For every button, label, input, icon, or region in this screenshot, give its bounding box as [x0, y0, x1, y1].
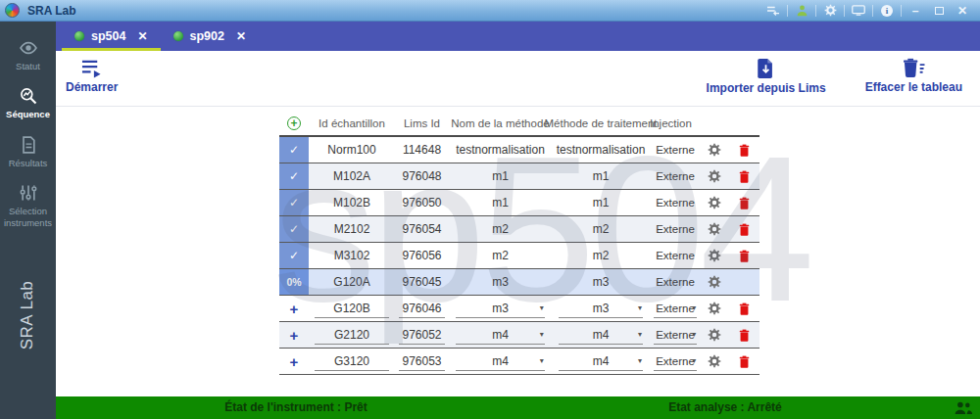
playlist-play-icon	[79, 58, 104, 78]
row-delete-button[interactable]	[728, 216, 760, 242]
sample-id-field: M102A	[309, 163, 395, 189]
plus-icon: +	[290, 354, 299, 369]
sample-id-field: G120A	[309, 269, 395, 295]
row-settings-button[interactable]	[701, 269, 728, 295]
row-selected-cell[interactable]: ✓	[279, 137, 309, 163]
injection-select: Externe	[650, 137, 701, 163]
sidebar-item-selection-instruments[interactable]: Sélection instruments	[0, 177, 56, 234]
gear-icon	[708, 302, 721, 315]
trash-icon	[739, 329, 750, 342]
row-add-cell[interactable]: +	[279, 349, 309, 374]
sample-id-field[interactable]: G2120	[309, 322, 395, 348]
row-settings-button[interactable]	[701, 137, 728, 163]
row-settings-button[interactable]	[701, 190, 728, 215]
row-selected-cell[interactable]: ✓	[279, 216, 309, 242]
chevron-down-icon: ▾	[540, 331, 544, 339]
table-header: + Id échantillon Lims Id Nom de la métho…	[279, 112, 760, 137]
sidebar-item-statut[interactable]: Statut	[0, 32, 56, 77]
sidebar-item-resultats[interactable]: Résultats	[0, 129, 56, 174]
divider	[872, 5, 873, 17]
row-delete-placeholder	[728, 269, 760, 295]
add-sample-button[interactable]: +	[279, 116, 309, 130]
info-icon[interactable]: i	[875, 0, 899, 21]
lims-id-field[interactable]: 976046	[395, 296, 449, 321]
row-add-cell[interactable]: +	[279, 322, 309, 348]
trash-icon	[739, 144, 750, 157]
injection-select: Externe	[650, 216, 701, 242]
row-settings-button[interactable]	[701, 296, 728, 321]
check-icon: ✓	[289, 169, 299, 183]
clear-table-button[interactable]: Effacer le tableau	[865, 58, 962, 95]
lims-id-field[interactable]: 976053	[395, 349, 449, 374]
row-settings-button[interactable]	[701, 349, 728, 374]
injection-select[interactable]: Externe▾	[650, 322, 701, 348]
start-button[interactable]: Démarrer	[66, 58, 118, 94]
trash-icon	[739, 303, 750, 315]
sample-id-field[interactable]: G120B	[309, 296, 395, 321]
clear-trash-icon	[903, 58, 925, 78]
row-delete-button[interactable]	[728, 243, 760, 268]
chevron-down-icon: ▾	[638, 331, 642, 339]
sidebar-item-label: Résultats	[1, 158, 55, 168]
sample-id-field-value: M102B	[333, 196, 370, 210]
row-delete-button[interactable]	[728, 163, 760, 189]
row-settings-button[interactable]	[701, 216, 728, 242]
injection-select[interactable]: Externe▾	[650, 349, 701, 374]
tab-sp902[interactable]: sp902 ✕	[161, 22, 260, 51]
collapse-panel-icon[interactable]	[761, 0, 785, 21]
table-row: ✓M3102976056m2m2Externe	[279, 243, 760, 269]
row-selected-cell[interactable]: ✓	[279, 163, 309, 189]
row-add-cell[interactable]: +	[279, 296, 309, 321]
row-delete-button[interactable]	[728, 190, 760, 215]
treatment-select[interactable]: m4▾	[552, 322, 650, 348]
lims-id-field[interactable]: 976052	[395, 322, 449, 348]
method-select-value: testnormalisation	[456, 143, 545, 157]
row-delete-button[interactable]	[728, 137, 760, 163]
row-selected-cell[interactable]: ✓	[279, 190, 309, 215]
sidebar-brand: SRA Lab	[0, 252, 56, 379]
close-button[interactable]: ✕	[951, 0, 974, 21]
treatment-select[interactable]: m3▾	[552, 296, 650, 321]
sample-id-field[interactable]: G3120	[309, 349, 395, 374]
analysis-status-text: Etat analyse : Arrêté	[595, 400, 856, 414]
treatment-select-value: m2	[593, 222, 610, 236]
injection-select: Externe	[650, 190, 701, 215]
trash-icon	[739, 170, 750, 183]
sidebar-item-label: Séquence	[1, 109, 55, 119]
injection-select[interactable]: Externe▾	[650, 296, 701, 321]
divider	[844, 5, 845, 17]
settings-gear-icon[interactable]	[818, 0, 842, 21]
display-icon[interactable]	[847, 0, 870, 21]
sidebar-item-sequence[interactable]: Séquence	[0, 80, 56, 125]
import-lims-button[interactable]: Importer depuis Lims	[707, 58, 826, 95]
toolbar-right-group: Importer depuis Lims Effacer le tableau	[707, 58, 962, 95]
row-delete-button[interactable]	[728, 349, 760, 374]
maximize-button[interactable]	[927, 0, 951, 21]
row-selected-cell[interactable]: ✓	[279, 243, 309, 268]
row-delete-button[interactable]	[728, 322, 760, 348]
tab-sp504[interactable]: sp504 ✕	[62, 22, 161, 51]
gear-icon	[708, 222, 721, 236]
title-bar: SRA Lab i – ✕	[0, 0, 980, 22]
row-settings-button[interactable]	[701, 163, 728, 189]
user-icon[interactable]	[790, 0, 813, 21]
method-select[interactable]: m4▾	[449, 349, 552, 374]
row-settings-button[interactable]	[701, 322, 728, 348]
treatment-select-value: m3	[593, 302, 610, 315]
row-delete-button[interactable]	[728, 296, 760, 321]
method-select[interactable]: m3▾	[449, 296, 552, 321]
tab-close-icon[interactable]: ✕	[137, 30, 147, 42]
gear-icon	[708, 354, 721, 368]
lims-id-field: 114648	[395, 137, 449, 163]
method-select[interactable]: m4▾	[449, 322, 552, 348]
minimize-button[interactable]: –	[904, 0, 927, 21]
treatment-select[interactable]: m4▾	[552, 349, 650, 374]
users-icon[interactable]	[953, 400, 973, 418]
tab-close-icon[interactable]: ✕	[236, 30, 246, 42]
sidebar-item-label: Sélection instruments	[1, 206, 55, 228]
table-row: 0%G120A976045m3m3Externe	[279, 269, 760, 296]
app-logo	[5, 3, 20, 18]
treatment-select: m1	[552, 190, 650, 215]
row-settings-button[interactable]	[701, 243, 728, 268]
sample-id-field-value: M2102	[334, 222, 370, 236]
